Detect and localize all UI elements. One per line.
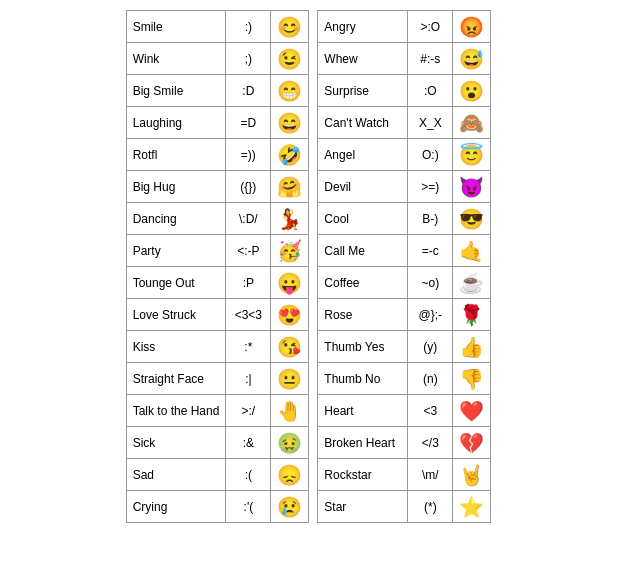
- emoji-name: Whew: [318, 43, 408, 75]
- emoji-name: Kiss: [126, 331, 226, 363]
- emoji-icon: ☕: [453, 267, 491, 299]
- main-wrapper: Smile:)😊Wink;)😉Big Smile:D😁Laughing=D😄Ro…: [126, 10, 492, 523]
- emoji-name: Coffee: [318, 267, 408, 299]
- emoji-code: >:/: [226, 395, 271, 427]
- emoji-code: =)): [226, 139, 271, 171]
- table-row: Devil>=)😈: [318, 171, 491, 203]
- table-row: Kiss:*😘: [126, 331, 309, 363]
- emoji-code: ({}): [226, 171, 271, 203]
- emoji-code: <3: [408, 395, 453, 427]
- emoji-icon: 😘: [271, 331, 309, 363]
- table-row: Straight Face:|😐: [126, 363, 309, 395]
- emoji-code: @};-: [408, 299, 453, 331]
- emoji-icon: 🤗: [271, 171, 309, 203]
- table-row: CoolB-)😎: [318, 203, 491, 235]
- table-row: Sad:(😞: [126, 459, 309, 491]
- emoji-code: :'(: [226, 491, 271, 523]
- emoji-code: <3<3: [226, 299, 271, 331]
- emoji-name: Dancing: [126, 203, 226, 235]
- emoji-icon: 😐: [271, 363, 309, 395]
- emoji-name: Rose: [318, 299, 408, 331]
- right-table: Angry>:O😡Whew#:-s😅Surprise:O😮Can't Watch…: [317, 10, 491, 523]
- emoji-name: Straight Face: [126, 363, 226, 395]
- emoji-icon: 😍: [271, 299, 309, 331]
- emoji-code: \:D/: [226, 203, 271, 235]
- emoji-icon: 😎: [453, 203, 491, 235]
- emoji-icon: 😞: [271, 459, 309, 491]
- emoji-name: Rotfl: [126, 139, 226, 171]
- table-row: Wink;)😉: [126, 43, 309, 75]
- table-row: Laughing=D😄: [126, 107, 309, 139]
- emoji-icon: 🤢: [271, 427, 309, 459]
- emoji-icon: 😈: [453, 171, 491, 203]
- emoji-icon: 💔: [453, 427, 491, 459]
- emoji-name: Call Me: [318, 235, 408, 267]
- emoji-icon: ⭐: [453, 491, 491, 523]
- emoji-icon: 😅: [453, 43, 491, 75]
- emoji-icon: 😊: [271, 11, 309, 43]
- emoji-icon: 👍: [453, 331, 491, 363]
- emoji-name: Angel: [318, 139, 408, 171]
- table-row: Star(*)⭐: [318, 491, 491, 523]
- table-row: Whew#:-s😅: [318, 43, 491, 75]
- emoji-code: (n): [408, 363, 453, 395]
- table-row: AngelO:)😇: [318, 139, 491, 171]
- emoji-code: (*): [408, 491, 453, 523]
- emoji-icon: ❤️: [453, 395, 491, 427]
- table-row: Broken Heart</3💔: [318, 427, 491, 459]
- emoji-code: :*: [226, 331, 271, 363]
- emoji-name: Party: [126, 235, 226, 267]
- table-row: Talk to the Hand>:/🤚: [126, 395, 309, 427]
- emoji-name: Cool: [318, 203, 408, 235]
- emoji-name: Talk to the Hand: [126, 395, 226, 427]
- emoji-name: Can't Watch: [318, 107, 408, 139]
- table-row: Rotfl=))🤣: [126, 139, 309, 171]
- emoji-code: B-): [408, 203, 453, 235]
- table-row: Heart<3❤️: [318, 395, 491, 427]
- emoji-name: Angry: [318, 11, 408, 43]
- table-row: Can't WatchX_X🙈: [318, 107, 491, 139]
- emoji-name: Broken Heart: [318, 427, 408, 459]
- emoji-code: O:): [408, 139, 453, 171]
- emoji-name: Rockstar: [318, 459, 408, 491]
- emoji-code: :): [226, 11, 271, 43]
- emoji-name: Love Struck: [126, 299, 226, 331]
- emoji-icon: 🌹: [453, 299, 491, 331]
- table-row: Sick:&🤢: [126, 427, 309, 459]
- table-row: Big Smile:D😁: [126, 75, 309, 107]
- emoji-icon: 👎: [453, 363, 491, 395]
- table-row: Angry>:O😡: [318, 11, 491, 43]
- table-row: Surprise:O😮: [318, 75, 491, 107]
- table-row: Smile:)😊: [126, 11, 309, 43]
- table-row: Thumb No(n)👎: [318, 363, 491, 395]
- emoji-name: Crying: [126, 491, 226, 523]
- emoji-code: :(: [226, 459, 271, 491]
- emoji-code: :|: [226, 363, 271, 395]
- emoji-name: Thumb Yes: [318, 331, 408, 363]
- emoji-icon: 😉: [271, 43, 309, 75]
- emoji-icon: 🙈: [453, 107, 491, 139]
- emoji-icon: 😄: [271, 107, 309, 139]
- emoji-icon: 😛: [271, 267, 309, 299]
- emoji-icon: 🤚: [271, 395, 309, 427]
- emoji-code: :P: [226, 267, 271, 299]
- emoji-icon: 😁: [271, 75, 309, 107]
- emoji-icon: 😇: [453, 139, 491, 171]
- emoji-name: Laughing: [126, 107, 226, 139]
- emoji-icon: 😮: [453, 75, 491, 107]
- emoji-code: \m/: [408, 459, 453, 491]
- emoji-name: Devil: [318, 171, 408, 203]
- emoji-name: Sad: [126, 459, 226, 491]
- emoji-name: Thumb No: [318, 363, 408, 395]
- emoji-code: X_X: [408, 107, 453, 139]
- emoji-icon: 😢: [271, 491, 309, 523]
- emoji-code: =D: [226, 107, 271, 139]
- emoji-code: <:-P: [226, 235, 271, 267]
- table-row: Love Struck<3<3😍: [126, 299, 309, 331]
- table-row: Rose@};-🌹: [318, 299, 491, 331]
- table-row: Big Hug({})🤗: [126, 171, 309, 203]
- emoji-code: >:O: [408, 11, 453, 43]
- emoji-code: >=): [408, 171, 453, 203]
- emoji-code: (y): [408, 331, 453, 363]
- emoji-code: =-c: [408, 235, 453, 267]
